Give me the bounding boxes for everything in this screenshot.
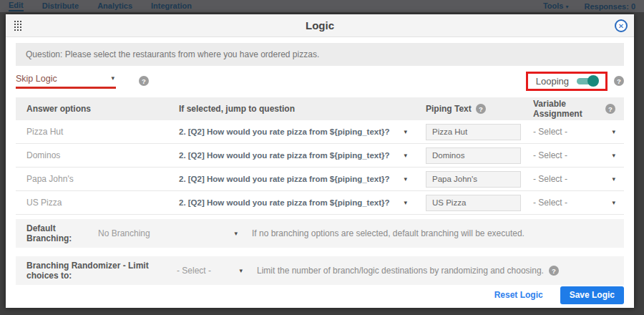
- answer-option-label: Pizza Hut: [16, 127, 173, 137]
- logic-type-dropdown[interactable]: Skip Logic ▾: [16, 74, 116, 89]
- tab-integration[interactable]: Integration: [151, 1, 192, 11]
- help-icon[interactable]: ?: [605, 104, 615, 114]
- table-row: US Pizza 2. [Q2] How would you rate pizz…: [16, 191, 624, 215]
- jump-question-value: 2. [Q2] How would you rate pizza from ${…: [179, 127, 390, 136]
- table-header-row: Answer options If selected, jump to ques…: [16, 97, 624, 120]
- tools-dropdown[interactable]: Tools▾: [543, 1, 569, 11]
- jump-question-value: 2. [Q2] How would you rate pizza from ${…: [179, 198, 390, 207]
- reset-logic-link[interactable]: Reset Logic: [494, 290, 543, 300]
- randomizer-label: Branching Randomizer - Limit choices to:: [26, 261, 177, 281]
- logic-type-value: Skip Logic: [16, 74, 57, 84]
- header-jump-label: If selected, jump to question: [179, 104, 295, 114]
- piping-text-input[interactable]: [426, 195, 521, 211]
- header-answer-options: Answer options: [16, 104, 173, 114]
- top-menu-left: Edit Distribute Analytics Integration: [9, 1, 192, 11]
- piping-text-input[interactable]: [426, 124, 521, 140]
- save-logic-button[interactable]: Save Logic: [560, 286, 624, 304]
- chevron-down-icon: ▾: [612, 176, 615, 183]
- chevron-down-icon: ▾: [612, 200, 615, 206]
- logic-dialog: Logic ✕ Question: Please select the rest…: [6, 14, 634, 308]
- chevron-down-icon: ▾: [404, 129, 407, 135]
- table-row: Pizza Hut 2. [Q2] How would you rate piz…: [16, 120, 624, 144]
- question-text: Question: Please select the restaurants …: [16, 43, 624, 66]
- help-icon[interactable]: ?: [476, 104, 486, 114]
- chevron-down-icon: ▾: [404, 152, 407, 159]
- top-menu-bar: Edit Distribute Analytics Integration To…: [0, 0, 644, 12]
- variable-assignment-value: - Select -: [533, 127, 567, 137]
- answer-option-label: US Pizza: [16, 198, 173, 208]
- chevron-down-icon: ▾: [111, 75, 114, 82]
- dialog-footer: Reset Logic Save Logic: [6, 285, 634, 308]
- randomizer-value: - Select -: [177, 266, 211, 276]
- variable-assignment-dropdown[interactable]: - Select - ▾: [527, 127, 624, 137]
- tab-analytics[interactable]: Analytics: [97, 1, 132, 11]
- variable-assignment-value: - Select -: [533, 198, 567, 208]
- logic-controls-row: Skip Logic ▾ ? Looping ?: [16, 70, 624, 92]
- jump-question-dropdown[interactable]: 2. [Q2] How would you rate pizza from ${…: [173, 127, 420, 136]
- help-icon[interactable]: ?: [139, 76, 149, 86]
- jump-question-value: 2. [Q2] How would you rate pizza from ${…: [179, 175, 390, 183]
- table-row: Papa John's 2. [Q2] How would you rate p…: [16, 168, 624, 191]
- looping-highlight-box: Looping: [526, 72, 608, 91]
- answer-option-label: Papa John's: [16, 174, 173, 184]
- responses-count: Responses: 0: [584, 2, 635, 11]
- dialog-header: Logic ✕: [6, 14, 634, 37]
- default-branching-label: Default Branching:: [26, 223, 98, 243]
- looping-toggle[interactable]: [577, 77, 598, 85]
- branching-table: Answer options If selected, jump to ques…: [16, 97, 624, 215]
- default-branching-description: If no branching options are selected, de…: [252, 228, 525, 238]
- toggle-knob: [587, 75, 599, 87]
- variable-assignment-dropdown[interactable]: - Select - ▾: [527, 150, 624, 160]
- chevron-down-icon: ▾: [239, 268, 243, 274]
- default-branching-dropdown[interactable]: No Branching ▾: [98, 228, 238, 238]
- piping-text-input[interactable]: [426, 147, 521, 164]
- chevron-down-icon: ▾: [404, 176, 407, 183]
- help-icon[interactable]: ?: [614, 76, 624, 86]
- chevron-down-icon: ▾: [612, 152, 615, 159]
- close-icon[interactable]: ✕: [615, 19, 628, 32]
- header-jump-to-question: If selected, jump to question: [173, 104, 420, 114]
- help-icon[interactable]: ?: [549, 266, 559, 276]
- piping-text-input[interactable]: [426, 171, 521, 188]
- default-branching-value: No Branching: [98, 228, 150, 238]
- default-branching-section: Default Branching: No Branching ▾ If no …: [16, 219, 624, 248]
- tab-distribute[interactable]: Distribute: [42, 1, 79, 11]
- header-piping-label: Piping Text: [426, 104, 472, 114]
- chevron-down-icon: ▾: [612, 129, 615, 135]
- looping-wrap: Looping ?: [526, 72, 624, 91]
- branching-randomizer-section: Branching Randomizer - Limit choices to:…: [16, 256, 624, 285]
- randomizer-dropdown[interactable]: - Select - ▾: [177, 266, 243, 276]
- variable-assignment-value: - Select -: [533, 150, 567, 160]
- jump-question-dropdown[interactable]: 2. [Q2] How would you rate pizza from ${…: [173, 198, 420, 207]
- jump-question-dropdown[interactable]: 2. [Q2] How would you rate pizza from ${…: [173, 151, 420, 160]
- answer-option-label: Dominos: [16, 150, 173, 160]
- chevron-down-icon: ▾: [565, 4, 568, 10]
- header-piping-text: Piping Text ?: [420, 104, 527, 114]
- tab-edit[interactable]: Edit: [9, 1, 24, 11]
- header-variable-label: Variable Assignment: [533, 99, 601, 119]
- jump-question-dropdown[interactable]: 2. [Q2] How would you rate pizza from ${…: [173, 175, 420, 183]
- dialog-title: Logic: [6, 19, 634, 32]
- chevron-down-icon: ▾: [404, 200, 407, 206]
- randomizer-description: Limit the number of branch/logic destina…: [257, 266, 559, 276]
- randomizer-description-text: Limit the number of branch/logic destina…: [257, 266, 544, 276]
- variable-assignment-dropdown[interactable]: - Select - ▾: [527, 174, 624, 184]
- jump-question-value: 2. [Q2] How would you rate pizza from ${…: [179, 151, 390, 160]
- table-row: Dominos 2. [Q2] How would you rate pizza…: [16, 144, 624, 168]
- looping-label: Looping: [536, 76, 569, 87]
- header-variable-assignment: Variable Assignment ?: [527, 99, 624, 119]
- chevron-down-icon: ▾: [234, 231, 238, 237]
- tools-label: Tools: [543, 1, 564, 10]
- top-menu-right: Tools▾ Responses: 0: [543, 1, 635, 11]
- variable-assignment-dropdown[interactable]: - Select - ▾: [527, 198, 624, 208]
- variable-assignment-value: - Select -: [533, 174, 567, 184]
- logic-type-wrap: Skip Logic ▾ ?: [16, 74, 149, 89]
